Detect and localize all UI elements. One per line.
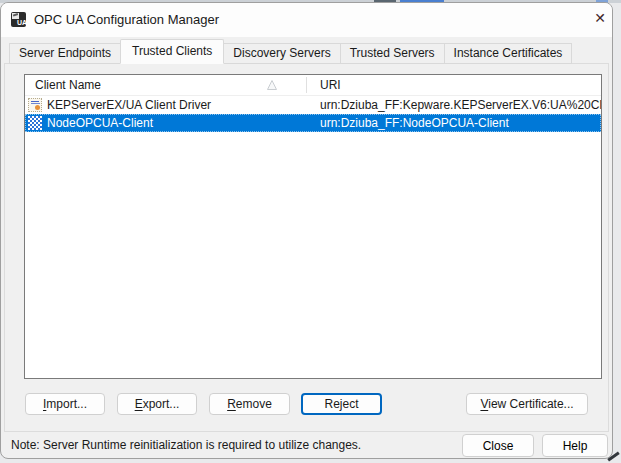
- opc-ua-app-icon: UA: [10, 11, 27, 28]
- note-text: Note: Server Runtime reinitialization is…: [11, 434, 361, 457]
- window-title: OPC UA Configuration Manager: [34, 3, 219, 37]
- close-window-button[interactable]: ✕: [590, 7, 610, 29]
- tab-server-endpoints[interactable]: Server Endpoints: [9, 43, 121, 64]
- tab-discovery-servers[interactable]: Discovery Servers: [223, 43, 340, 64]
- titlebar[interactable]: UA OPC UA Configuration Manager ✕: [1, 3, 612, 37]
- tab-trusted-clients[interactable]: Trusted Clients: [120, 39, 224, 64]
- tab-trusted-servers[interactable]: Trusted Servers: [340, 43, 445, 64]
- close-button[interactable]: Close: [462, 434, 534, 457]
- opc-ua-configuration-manager-dialog: UA OPC UA Configuration Manager ✕ Server…: [0, 2, 613, 459]
- tab-strip: Server Endpoints Trusted Clients Discove…: [9, 39, 571, 64]
- tab-instance-certificates[interactable]: Instance Certificates: [444, 43, 573, 64]
- svg-text:UA: UA: [17, 19, 27, 26]
- tab-page-border: [4, 63, 609, 432]
- help-button[interactable]: Help: [542, 434, 608, 457]
- screenshot-root: UA OPC UA Configuration Manager ✕ Server…: [0, 0, 621, 463]
